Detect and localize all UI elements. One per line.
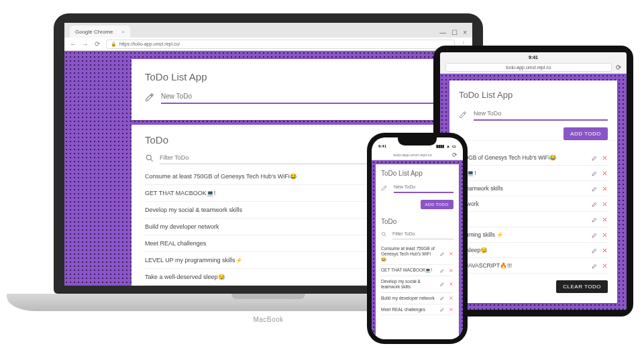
iphone-mockup: 9:41 ▮▮▮▮ ▲ ▭ todo-app.omzi.repl.co ⟳ To…: [367, 133, 468, 344]
delete-todo-icon[interactable]: [602, 170, 608, 176]
todo-list: 750GB of Genesys Tech Hub's WiFi😂 OK💻! &…: [459, 150, 608, 274]
iphone-reload-icon[interactable]: ⟳: [452, 152, 458, 158]
ipad-screen: 9:41 todo-app.omzi.repl.co ⟳ ToDo List A…: [440, 52, 627, 310]
browser-tab[interactable]: Google Chrome ×: [70, 25, 130, 38]
delete-todo-icon[interactable]: [602, 263, 608, 269]
iphone-time: 9:41: [378, 144, 386, 148]
ipad-address-bar[interactable]: todo-app.omzi.repl.co: [445, 63, 612, 72]
maximize-icon[interactable]: ☐: [451, 29, 458, 36]
delete-todo-icon[interactable]: [602, 217, 608, 223]
todo-text: Consume at least 750GB of Genesys Tech H…: [381, 246, 436, 262]
todo-row: & teamwork skills: [459, 181, 608, 196]
app-title: ToDo List App: [381, 170, 453, 177]
todo-row: ed sleep😪: [459, 243, 608, 258]
todo-row: network: [459, 196, 608, 212]
compose-row: [381, 182, 453, 193]
todo-text: GET THAT MACBOOK💻!: [145, 190, 215, 196]
todo-text: Develop my social & teamwork skills: [145, 207, 242, 213]
add-todo-button[interactable]: ADD TODO: [564, 127, 608, 140]
edit-todo-icon[interactable]: [440, 307, 445, 312]
svg-point-0: [146, 155, 151, 160]
delete-todo-icon[interactable]: [449, 296, 453, 300]
compose-row: [459, 108, 608, 121]
todo-row: IT JAVASCRIPT🔥!!!: [459, 258, 608, 274]
iphone-address-bar[interactable]: todo-app.omzi.repl.co: [377, 153, 448, 157]
list-actions: CLEAR TODO: [459, 280, 608, 293]
edit-todo-icon[interactable]: [440, 251, 445, 256]
delete-todo-icon[interactable]: [449, 282, 453, 286]
delete-todo-icon[interactable]: [602, 232, 608, 238]
todo-row: ges: [459, 212, 608, 227]
svg-point-18: [382, 233, 386, 236]
todo-text: Take a well-deserved sleep😪: [145, 274, 225, 280]
edit-todo-icon[interactable]: [592, 263, 598, 269]
todo-text: LEVEL UP my programming skills⚡: [145, 257, 243, 264]
iphone-notch: [398, 137, 437, 146]
edit-todo-icon[interactable]: [592, 170, 598, 176]
window-controls: — ☐ ×: [439, 29, 467, 38]
minimize-icon[interactable]: —: [439, 29, 446, 36]
compose-row: [145, 91, 439, 104]
todo-text: Develop my social & teamwork skills: [381, 279, 436, 290]
address-bar[interactable]: 🔒 https://todo-app.omzi.repl.co/: [106, 40, 455, 49]
compose-card: ToDo List App ADD TODO: [449, 80, 617, 148]
battery-icon: ▭: [452, 143, 456, 148]
todo-row: Meet REAL challenges: [381, 304, 453, 316]
todo-row: Develop my social & teamwork skills: [381, 276, 453, 293]
iphone-viewport: ToDo List App ADD TODO ToDo: [372, 160, 463, 339]
new-todo-input[interactable]: [161, 91, 439, 104]
list-card: 750GB of Genesys Tech Hub's WiFi😂 OK💻! &…: [449, 141, 617, 303]
close-window-icon[interactable]: ×: [463, 29, 467, 36]
edit-todo-icon[interactable]: [592, 232, 598, 238]
delete-todo-icon[interactable]: [449, 268, 453, 273]
ipad-time: 9:41: [529, 55, 538, 60]
compose-actions: ADD TODO: [459, 127, 608, 140]
new-todo-input[interactable]: [474, 108, 608, 121]
close-tab-icon[interactable]: ×: [121, 29, 125, 35]
ipad-url-text: todo-app.omzi.repl.co: [506, 65, 551, 70]
delete-todo-icon[interactable]: [602, 201, 608, 207]
delete-todo-icon[interactable]: [449, 307, 453, 312]
delete-todo-icon[interactable]: [602, 247, 608, 253]
filter-input[interactable]: [392, 229, 453, 239]
iphone-screen: 9:41 ▮▮▮▮ ▲ ▭ todo-app.omzi.repl.co ⟳ To…: [372, 137, 463, 339]
iphone-safari-bar: todo-app.omzi.repl.co ⟳: [372, 150, 463, 160]
todo-text: Meet REAL challenges: [145, 240, 206, 247]
ipad-statusbar: 9:41: [440, 52, 627, 62]
ipad-reload-icon[interactable]: ⟳: [616, 64, 621, 71]
browser-toolbar: ← → ⟳ 🔒 https://todo-app.omzi.repl.co/ ⋮: [64, 38, 472, 51]
clear-todo-button[interactable]: CLEAR TODO: [556, 280, 608, 293]
todo-text: Meet REAL challenges: [381, 307, 425, 312]
todo-row: 750GB of Genesys Tech Hub's WiFi😂: [459, 150, 608, 166]
list-card: ToDo Consume at least 750GB of Genesys T…: [376, 213, 459, 339]
todo-row: Consume at least 750GB of Genesys Tech H…: [381, 243, 453, 265]
delete-todo-icon[interactable]: [602, 155, 608, 161]
edit-todo-icon[interactable]: [592, 217, 598, 223]
todo-text: Consume at least 750GB of Genesys Tech H…: [145, 173, 297, 180]
todo-row: OK💻!: [459, 166, 608, 181]
compose-actions: ADD TODO: [381, 200, 453, 209]
new-todo-input[interactable]: [394, 182, 453, 193]
compose-card: ToDo List App: [131, 59, 452, 120]
edit-todo-icon[interactable]: [440, 296, 445, 300]
reload-icon[interactable]: ⟳: [94, 40, 101, 48]
ipad-safari-bar: todo-app.omzi.repl.co ⟳: [440, 62, 627, 74]
delete-todo-icon[interactable]: [602, 186, 608, 192]
delete-todo-icon[interactable]: [449, 251, 453, 256]
svg-line-19: [384, 235, 386, 236]
edit-todo-icon[interactable]: [592, 247, 598, 253]
edit-todo-icon[interactable]: [440, 282, 445, 286]
wifi-icon: ▲: [446, 144, 450, 148]
edit-todo-icon[interactable]: [592, 201, 598, 207]
compose-icon: [459, 111, 467, 119]
edit-todo-icon[interactable]: [592, 186, 598, 192]
svg-line-1: [150, 159, 152, 161]
edit-todo-icon[interactable]: [440, 268, 445, 273]
add-todo-button[interactable]: ADD TODO: [421, 200, 453, 209]
edit-todo-icon[interactable]: [592, 155, 598, 161]
todo-list: Consume at least 750GB of Genesys Tech H…: [381, 243, 453, 315]
filter-row: [381, 229, 453, 239]
section-title: ToDo: [381, 218, 453, 225]
forward-icon[interactable]: →: [82, 40, 89, 48]
back-icon[interactable]: ←: [70, 40, 76, 48]
